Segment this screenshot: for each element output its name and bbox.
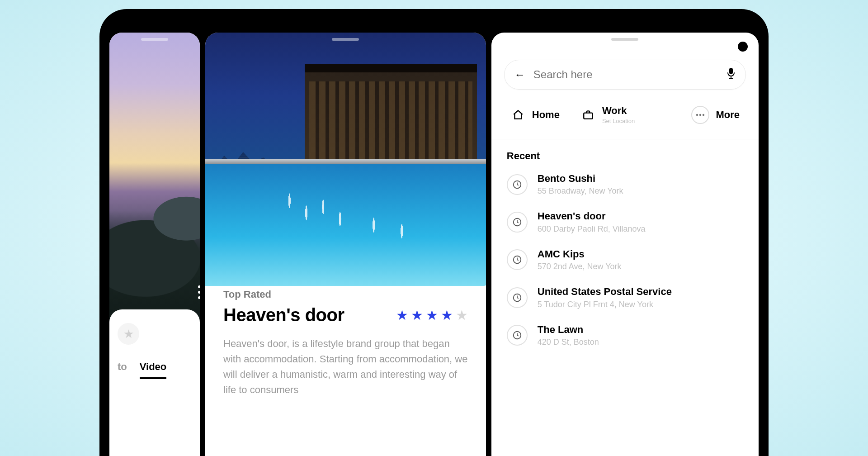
recent-address: 5 Tudor City Pl Frnt 4, New York — [538, 300, 672, 309]
briefcase-icon — [580, 107, 596, 123]
back-arrow-icon[interactable]: ← — [514, 68, 525, 81]
recent-item[interactable]: Bento Sushi 55 Broadway, New York — [504, 166, 746, 203]
building-graphic — [305, 64, 477, 164]
maps-search-panel: ← Home — [491, 33, 759, 456]
recent-heading: Recent — [491, 139, 759, 166]
clock-icon — [507, 212, 528, 233]
quick-more-label: More — [716, 109, 740, 121]
listing-detail-panel: Top Rated Heaven's door ★ ★ ★ ★ ★ Heaven… — [205, 33, 486, 456]
recent-name: Heaven's door — [538, 210, 646, 222]
listing-title: Heaven's door — [223, 305, 344, 325]
panel-resize-handle[interactable] — [484, 285, 486, 299]
recent-name: AMC Kips — [538, 248, 622, 260]
property-hero-image — [205, 33, 486, 286]
quick-work-sublabel: Set Location — [602, 118, 635, 124]
search-bar: ← — [504, 60, 746, 90]
recent-item[interactable]: AMC Kips 570 2nd Ave, New York — [504, 241, 746, 279]
favorite-button[interactable]: ★ — [118, 323, 139, 345]
listing-card: Top Rated Heaven's door ★ ★ ★ ★ ★ Heaven… — [205, 273, 486, 456]
recent-address: 55 Broadway, New York — [538, 186, 623, 196]
star-rating: ★ ★ ★ ★ ★ — [396, 307, 468, 323]
more-icon — [691, 106, 709, 124]
microphone-icon[interactable] — [726, 67, 736, 82]
drag-handle-icon[interactable] — [332, 38, 359, 41]
star-icon: ★ — [123, 327, 134, 341]
landscape-hero-image — [109, 33, 200, 322]
star-icon: ★ — [411, 307, 423, 323]
tab-photo[interactable]: to — [118, 361, 127, 379]
pool-edge-graphic — [205, 159, 486, 164]
svg-point-4 — [703, 114, 704, 115]
star-icon: ★ — [396, 307, 408, 323]
recent-name: The Lawn — [538, 324, 599, 336]
recent-name: Bento Sushi — [538, 173, 623, 185]
recent-list: Bento Sushi 55 Broadway, New York Heaven… — [491, 166, 759, 354]
quick-work-label: Work — [602, 105, 635, 117]
quick-home[interactable]: Home — [504, 101, 566, 128]
quick-destinations: Home Work Set Location More — [491, 90, 759, 139]
star-icon: ★ — [426, 307, 438, 323]
pool-graphic — [205, 164, 486, 286]
quick-home-label: Home — [532, 109, 560, 121]
top-rated-badge: Top Rated — [223, 289, 468, 300]
media-tabs: to Video — [118, 361, 192, 379]
recent-item[interactable]: Heaven's door 600 Darby Paoli Rd, Villan… — [504, 203, 746, 241]
recent-item[interactable]: The Lawn 420 D St, Boston — [504, 317, 746, 354]
recent-address: 420 D St, Boston — [538, 337, 599, 347]
clock-icon — [507, 249, 528, 270]
svg-rect-0 — [729, 68, 733, 74]
star-icon: ★ — [441, 307, 453, 323]
svg-point-2 — [696, 114, 698, 115]
quick-work[interactable]: Work Set Location — [574, 101, 641, 128]
recent-address: 570 2nd Ave, New York — [538, 262, 622, 271]
search-input[interactable] — [533, 68, 718, 81]
clock-icon — [507, 325, 528, 346]
clock-icon — [507, 174, 528, 195]
drag-handle-icon[interactable] — [141, 38, 168, 41]
gallery-app-panel: ★ to Video — [109, 33, 200, 456]
clock-icon — [507, 287, 528, 308]
svg-rect-1 — [584, 113, 593, 119]
drag-handle-icon[interactable] — [611, 38, 638, 41]
star-icon: ★ — [456, 307, 468, 323]
quick-more[interactable]: More — [685, 101, 746, 128]
home-icon — [510, 107, 526, 123]
tablet-frame: ★ to Video Top Rated Heaven's do — [99, 9, 769, 456]
gallery-card: ★ to Video — [109, 309, 200, 456]
svg-point-3 — [699, 114, 701, 115]
recent-name: United States Postal Service — [538, 286, 672, 298]
tab-video[interactable]: Video — [140, 361, 167, 379]
panel-resize-handle[interactable] — [198, 285, 200, 299]
recent-item[interactable]: United States Postal Service 5 Tudor Cit… — [504, 279, 746, 316]
recent-address: 600 Darby Paoli Rd, Villanova — [538, 224, 646, 234]
split-screen: ★ to Video Top Rated Heaven's do — [109, 33, 759, 456]
listing-description: Heaven's door, is a lifestyle brand grou… — [223, 336, 468, 398]
